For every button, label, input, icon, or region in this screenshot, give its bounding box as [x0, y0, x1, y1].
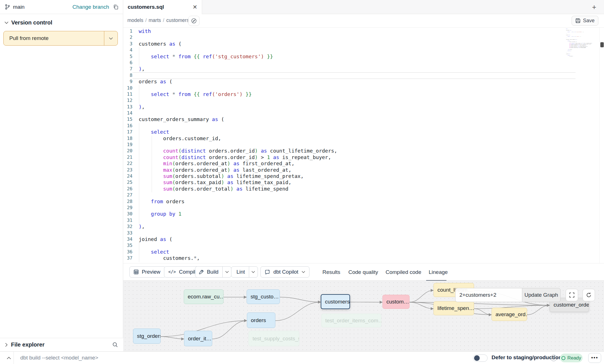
- code-line[interactable]: 35: [123, 242, 604, 249]
- code-line[interactable]: 37 customers.*,: [123, 255, 604, 261]
- tab-customers-sql[interactable]: customers.sql ✕: [123, 0, 202, 14]
- code-line[interactable]: 10: [123, 85, 604, 91]
- lint-dropdown-caret[interactable]: [249, 267, 258, 277]
- lineage-node-customers[interactable]: customers: [321, 294, 350, 309]
- lineage-node-customer_pii[interactable]: custom…: [382, 295, 410, 309]
- close-icon[interactable]: ✕: [193, 4, 197, 10]
- code-line[interactable]: 5 select * from {{ ref('stg_customers') …: [123, 53, 604, 60]
- build-button[interactable]: Build: [195, 266, 231, 278]
- help-icon[interactable]: ?: [550, 355, 557, 361]
- scrollbar-thumb[interactable]: [600, 42, 604, 47]
- code-line[interactable]: 26 sum(orders.order_total) as lifetime_s…: [123, 186, 604, 192]
- code-line[interactable]: 3customers as (: [123, 41, 604, 47]
- code-line[interactable]: 4: [123, 47, 604, 53]
- command-input-placeholder[interactable]: dbt build --select <model_name>: [20, 355, 98, 361]
- copy-icon[interactable]: [113, 4, 119, 10]
- code-line[interactable]: 28 from orders: [123, 198, 604, 205]
- code-brackets-icon: </>: [168, 269, 176, 274]
- code-line[interactable]: 22 min(orders.ordered_at) as first_order…: [123, 160, 604, 167]
- code-line[interactable]: 2: [123, 34, 604, 41]
- code-line[interactable]: 25 sum(orders.tax_paid) as lifetime_tax_…: [123, 179, 604, 186]
- file-explorer-header[interactable]: File explorer: [0, 338, 123, 351]
- lineage-node-test_order_items[interactable]: test_order_items_com…: [321, 314, 381, 327]
- tab-compiled-code[interactable]: Compiled code: [386, 269, 421, 275]
- lineage-node-ecom_raw[interactable]: ecom.raw_cu…: [184, 289, 224, 304]
- code-line[interactable]: 18 orders.customer_id,: [123, 135, 604, 142]
- version-control-title: Version control: [11, 19, 52, 26]
- code-line[interactable]: 32),: [123, 224, 604, 230]
- save-button[interactable]: Save: [572, 16, 598, 26]
- code-line[interactable]: 36 select: [123, 249, 604, 255]
- model-selector-input[interactable]: [455, 288, 522, 302]
- code-line[interactable]: 15customer_orders_summary as (: [123, 116, 604, 122]
- change-branch-link[interactable]: Change branch: [72, 4, 109, 10]
- lineage-node-stg_orders[interactable]: stg_orders: [133, 329, 161, 344]
- tab-results[interactable]: Results: [322, 269, 340, 275]
- new-tab-button[interactable]: +: [590, 3, 598, 11]
- code-line[interactable]: 8: [123, 72, 604, 79]
- lineage-node-stg_customers[interactable]: stg_custo…: [247, 289, 280, 304]
- code-line[interactable]: 20 count(distinct orders.order_id) as co…: [123, 148, 604, 154]
- breadcrumb-marts[interactable]: marts: [149, 17, 161, 23]
- line-number: 26: [123, 186, 132, 192]
- lineage-node-order_items[interactable]: order_it…: [184, 331, 212, 346]
- code-line[interactable]: 16: [123, 123, 604, 129]
- breadcrumb-models[interactable]: models: [127, 17, 143, 23]
- active-line-border-bottom: [132, 79, 576, 79]
- code-line[interactable]: 33: [123, 230, 604, 236]
- preview-label: Preview: [141, 269, 161, 275]
- code-line[interactable]: 27: [123, 192, 604, 198]
- code-line[interactable]: 14: [123, 110, 604, 116]
- search-icon[interactable]: [112, 342, 118, 348]
- ready-circle-icon: [561, 356, 565, 360]
- lineage-node-average_order[interactable]: average_ord…: [492, 308, 527, 321]
- copilot-icon[interactable]: [188, 16, 200, 26]
- build-dropdown-caret[interactable]: [223, 267, 231, 277]
- indent-guide: [139, 123, 139, 224]
- fullscreen-button[interactable]: [566, 289, 578, 301]
- code-line[interactable]: 17 select: [123, 129, 604, 135]
- code-line[interactable]: 29: [123, 205, 604, 211]
- defer-toggle[interactable]: [473, 354, 488, 362]
- editor-scrollbar[interactable]: [599, 28, 604, 263]
- chevron-up-icon[interactable]: [5, 354, 12, 362]
- lineage-node-lifetime_spend[interactable]: lifetime_spen…: [433, 301, 474, 315]
- code-line[interactable]: 24 sum(orders.subtotal) as lifetime_spen…: [123, 173, 604, 179]
- copilot-dropdown-caret[interactable]: [302, 271, 305, 273]
- version-control-header[interactable]: Version control: [0, 17, 123, 28]
- minimap[interactable]: withcustomers as ( select * from {{ ref(…: [566, 29, 598, 57]
- code-line[interactable]: 30 group by 1: [123, 211, 604, 217]
- dbt-copilot-button[interactable]: dbt Copilot: [260, 266, 309, 278]
- more-options-button[interactable]: •••: [588, 353, 601, 363]
- code-line[interactable]: 34joined as (: [123, 236, 604, 242]
- pull-from-remote-button[interactable]: Pull from remote: [3, 31, 118, 46]
- line-number: 18: [123, 135, 132, 142]
- code-line[interactable]: 12: [123, 97, 604, 104]
- code-line[interactable]: 11 select * from {{ ref('orders') }}: [123, 91, 604, 97]
- update-graph-button[interactable]: Update Graph: [522, 288, 561, 302]
- line-number: 23: [123, 167, 132, 173]
- status-badge: Ready: [560, 354, 583, 362]
- code-line[interactable]: 19: [123, 142, 604, 148]
- lint-button[interactable]: Lint: [231, 266, 258, 278]
- pull-dropdown-caret[interactable]: [104, 31, 118, 45]
- lineage-node-orders[interactable]: orders: [247, 312, 275, 328]
- code-line[interactable]: 9orders as (: [123, 79, 604, 85]
- code-line[interactable]: 6: [123, 60, 604, 66]
- code-line[interactable]: 13),: [123, 104, 604, 110]
- lineage-panel[interactable]: ecom.raw_cu…stg_custo…customerscustom…te…: [123, 281, 604, 351]
- refresh-button[interactable]: [583, 289, 595, 301]
- tab-lineage[interactable]: Lineage: [429, 269, 448, 275]
- code-editor[interactable]: 1with23customers as (45 select * from {{…: [123, 28, 604, 263]
- code-line[interactable]: 21 count(distinct orders.order_id) > 1 a…: [123, 154, 604, 160]
- tab-code-quality[interactable]: Code quality: [348, 269, 378, 275]
- lineage-node-test_supply[interactable]: test_supply_costs_s…: [249, 331, 299, 346]
- preview-button[interactable]: Preview: [129, 266, 166, 278]
- code-line[interactable]: 23 max(orders.ordered_at) as last_ordere…: [123, 167, 604, 173]
- code-line[interactable]: 1with: [123, 28, 604, 34]
- code-line[interactable]: 31: [123, 217, 604, 224]
- line-number: 11: [123, 91, 132, 97]
- tab-title: customers.sql: [128, 4, 164, 10]
- build-label: Build: [206, 269, 220, 275]
- code-line[interactable]: 7),: [123, 66, 604, 72]
